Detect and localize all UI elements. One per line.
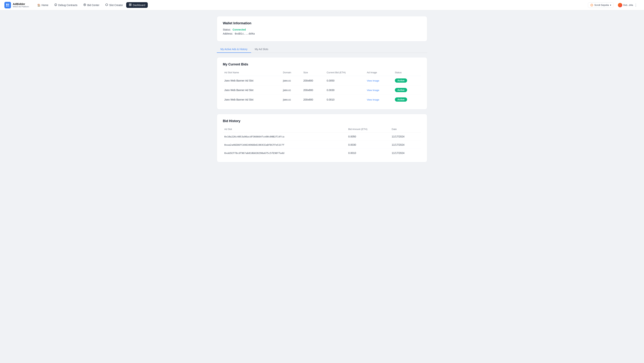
nav-links: 🏠 Home Debug Contracts (35, 2, 148, 8)
hist-date-1: 11/17/2024 (390, 141, 421, 149)
brand-logo (4, 2, 11, 9)
debug-icon (54, 3, 57, 7)
svg-point-8 (84, 5, 85, 5)
brand-text: AdBidder Web3 Ad Platform (13, 2, 29, 8)
main-content: Wallet Information Status: Connected Add… (212, 10, 432, 173)
bid-domain-2: jseo.cc (282, 95, 302, 104)
network-selector[interactable]: Scroll Sepolia (588, 2, 614, 8)
bid-image-1[interactable]: View Image (365, 85, 393, 95)
nav-home[interactable]: 🏠 Home (35, 3, 51, 8)
wallet-address-text: 0xd...d4a (623, 4, 633, 7)
col-ad-image: Ad Image (365, 69, 393, 76)
bid-amount-1: 0.0030 (325, 85, 365, 95)
hist-amount-0: 0.0050 (347, 133, 390, 141)
current-bids-title: My Current Bids (223, 63, 421, 66)
bid-history-header-row: Ad Slot Bid Amount (ETH) Date (223, 126, 421, 133)
nav-slot-creator[interactable]: Slot Creator (103, 2, 126, 8)
col-ad-slot: Ad Slot (223, 126, 347, 133)
bid-center-icon (83, 3, 86, 7)
svg-rect-1 (8, 4, 9, 5)
nav-bid-center[interactable]: Bid Center (81, 2, 102, 8)
bid-image-2[interactable]: View Image (365, 95, 393, 104)
bid-status-1: Active (394, 85, 421, 95)
wallet-address-row: Address: 0xdD1c...dd4a (223, 32, 421, 35)
hist-slot-1: 0xaa2a46E86fCd4634966b61903CEaDF8CFFe51C… (223, 141, 347, 149)
brand-name: AdBidder (13, 2, 29, 6)
table-row: Jseo Web Banner Ad Slot jseo.cc 200x800 … (223, 85, 421, 95)
table-row: Jseo Web Banner Ad Slot jseo.cc 200x800 … (223, 95, 421, 104)
view-image-link-2[interactable]: View Image (367, 98, 379, 101)
bid-amount-0: 0.0050 (325, 76, 365, 85)
view-image-link-0[interactable]: View Image (367, 79, 379, 82)
status-badge-1: Active (395, 88, 407, 92)
current-bids-header-row: Ad Slot Name Domain Size Current Bid (ET… (223, 69, 421, 76)
svg-point-7 (84, 4, 86, 6)
tab-ad-slots[interactable]: My Ad Slots (251, 46, 272, 53)
svg-marker-9 (106, 4, 108, 6)
brand-subtitle: Web3 Ad Platform (13, 6, 29, 8)
bid-slot-name-2: Jseo Web Banner Ad Slot (223, 95, 282, 104)
home-icon: 🏠 (37, 4, 40, 7)
bid-size-1: 200x800 (302, 85, 325, 95)
table-row: 0xab5Eff8cdf967ab818b828298a675c5fE98ffa… (223, 149, 421, 157)
bid-slot-name-0: Jseo Web Banner Ad Slot (223, 76, 282, 85)
nav-home-label: Home (42, 4, 48, 7)
svg-point-6 (56, 5, 56, 6)
nav-slot-creator-label: Slot Creator (109, 4, 123, 7)
svg-rect-13 (130, 5, 131, 6)
col-date: Date (390, 126, 421, 133)
status-label: Status: (223, 28, 231, 31)
navbar: AdBidder Web3 Ad Platform 🏠 Home Debug C… (0, 0, 644, 10)
bid-size-2: 200x800 (302, 95, 325, 104)
bid-size-0: 200x800 (302, 76, 325, 85)
col-size: Size (302, 69, 325, 76)
bid-history-thead: Ad Slot Bid Amount (ETH) Date (223, 126, 421, 133)
address-value: 0xdD1c...dd4a (235, 32, 255, 35)
hist-amount-2: 0.0010 (347, 149, 390, 157)
col-bid: Current Bid (ETH) (325, 69, 365, 76)
svg-rect-2 (6, 5, 8, 7)
tab-active-ads[interactable]: My Active Ads & History (217, 46, 251, 53)
wallet-info-title: Wallet Information (223, 21, 421, 25)
bid-status-0: Active (394, 76, 421, 85)
wallet-status-row: Status: Connected (223, 28, 421, 31)
wallet-info-card: Wallet Information Status: Connected Add… (217, 16, 427, 42)
nav-bid-center-label: Bid Center (87, 4, 99, 7)
table-row: 0xaa2a46E86fCd4634966b61903CEaDF8CFFe51C… (223, 141, 421, 149)
current-bids-thead: Ad Slot Name Domain Size Current Bid (ET… (223, 69, 421, 76)
bid-status-2: Active (394, 95, 421, 104)
svg-rect-10 (129, 4, 130, 5)
bid-image-0[interactable]: View Image (365, 76, 393, 85)
status-badge-2: Active (395, 97, 407, 102)
nav-debug-contracts[interactable]: Debug Contracts (52, 2, 80, 8)
nav-dashboard[interactable]: Dashboard (126, 2, 148, 8)
address-label: Address: (223, 32, 233, 35)
wallet-avatar-icon (618, 3, 622, 7)
col-slot-name: Ad Slot Name (223, 69, 282, 76)
col-status: Status (394, 69, 421, 76)
table-row: 0x10a226c4053a96acdF366664fce90c00B2f14f… (223, 133, 421, 141)
current-bids-card: My Current Bids Ad Slot Name Domain Size… (217, 57, 427, 110)
chevron-down-icon (610, 4, 611, 7)
bid-history-title: Bid History (223, 119, 421, 123)
bid-history-table: Ad Slot Bid Amount (ETH) Date 0x10a226c4… (223, 126, 421, 157)
bid-slot-name-1: Jseo Web Banner Ad Slot (223, 85, 282, 95)
hist-slot-0: 0x10a226c4053a96acdF366664fce90c00B2f14f… (223, 133, 347, 141)
hist-date-0: 11/17/2024 (390, 133, 421, 141)
col-domain: Domain (282, 69, 302, 76)
hist-amount-1: 0.0030 (347, 141, 390, 149)
nav-left: AdBidder Web3 Ad Platform 🏠 Home Debug C… (4, 2, 148, 9)
wallet-menu-icon: ⋮ (634, 3, 638, 7)
tab-active-ads-label: My Active Ads & History (220, 48, 248, 51)
scroll-icon (590, 4, 593, 7)
wallet-address-badge[interactable]: 0xd...d4a ⋮ (616, 2, 640, 9)
bid-domain-0: jseo.cc (282, 76, 302, 85)
dashboard-icon (129, 3, 132, 7)
svg-rect-0 (6, 4, 8, 5)
bid-amount-2: 0.0010 (325, 95, 365, 104)
hist-date-2: 11/17/2024 (390, 149, 421, 157)
view-image-link-1[interactable]: View Image (367, 89, 379, 92)
col-bid-amount: Bid Amount (ETH) (347, 126, 390, 133)
tab-ad-slots-label: My Ad Slots (255, 48, 268, 51)
slot-creator-icon (105, 3, 108, 7)
